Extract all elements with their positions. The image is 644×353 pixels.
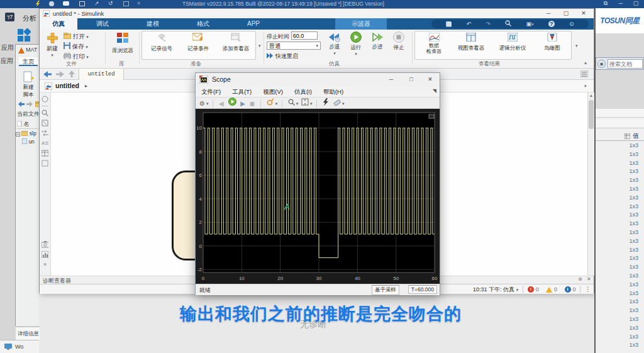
arrow-up-icon[interactable]: ↗ <box>94 0 99 6</box>
library-browser-button[interactable]: 库浏览器 <box>108 31 138 60</box>
target-quick-icon[interactable]: ⊙ <box>569 21 574 27</box>
birds-eye-button[interactable]: 鸟瞰图 <box>536 33 569 52</box>
ts-restore-icon[interactable]: ⧉ <box>599 0 613 8</box>
time-mode-caret[interactable]: ▾ <box>516 288 519 292</box>
palette-more-icon[interactable]: » <box>40 261 50 267</box>
redo-icon[interactable]: ↷ <box>486 21 491 27</box>
scope-zoom-icon[interactable] <box>288 98 295 109</box>
undo-icon[interactable]: ↶ <box>467 21 472 27</box>
capture-icon[interactable]: ▣▾ <box>526 21 534 27</box>
editor-back-icon[interactable] <box>43 71 52 79</box>
logic-analyzer-button[interactable]: 逻辑分析仪 <box>493 33 532 52</box>
workspace-value-cell[interactable]: 1x3 <box>596 237 644 246</box>
chat-icon[interactable] <box>63 1 69 6</box>
scope-plot-canvas[interactable]: 0102030405060-20246810A <box>196 109 440 284</box>
help-icon[interactable]: ? <box>548 21 555 27</box>
workspace-value-cell[interactable]: 1x3 <box>596 254 644 263</box>
scope-step-back-icon[interactable]: ◀ <box>219 98 224 109</box>
sim-time-mode[interactable]: 10:31 下午: 仿真 <box>473 286 514 293</box>
workspace-value-cell[interactable]: 1x3 <box>596 150 644 159</box>
editor-list-icon[interactable] <box>580 70 588 79</box>
document-tab[interactable]: untitled <box>79 69 124 80</box>
ribbon-tab[interactable]: 示波器 <box>335 18 387 30</box>
scope-menu-item[interactable]: 文件(F) <box>196 87 226 97</box>
fast-restart-row[interactable]: 快速重启 <box>267 52 298 60</box>
data-inspector-button[interactable]: 数据 检查器 <box>419 33 449 54</box>
step-back-button[interactable]: 步退 ▾ <box>325 31 344 56</box>
analyze-label[interactable]: 分析 <box>23 14 36 23</box>
stop-button[interactable]: 停止 <box>389 31 408 52</box>
status-menu-icon[interactable]: ⋮ <box>585 286 591 293</box>
zoom-icon[interactable] <box>42 109 48 116</box>
search-icon[interactable] <box>505 20 511 28</box>
direction-icon[interactable] <box>42 130 48 137</box>
diag-restore-icon[interactable]: ⊛ <box>578 276 582 282</box>
scope-step-forward-icon[interactable]: ▶ <box>240 98 245 109</box>
workspace-value-cell[interactable]: 1x3 <box>596 203 644 211</box>
stop-time-input[interactable] <box>291 31 318 40</box>
ribbon-tab[interactable]: 建模 <box>128 18 178 30</box>
step-forward-button[interactable]: 步进 <box>368 31 387 51</box>
diag-close-icon[interactable]: ✕ <box>587 276 591 282</box>
workspace-header-row[interactable]: 值 <box>596 130 644 141</box>
workspace-value-cell[interactable]: 1x3 <box>596 281 644 289</box>
workspace-value-cell[interactable]: 1x3 <box>596 289 644 298</box>
editor-forward-icon[interactable] <box>56 71 64 79</box>
apps-grid-icon[interactable] <box>17 28 31 43</box>
open-button[interactable]: 打开 ▾ <box>64 32 89 41</box>
workspace-value-cell[interactable]: 1x3 <box>596 263 644 272</box>
scope-run-icon[interactable] <box>228 98 236 109</box>
viewers-button[interactable]: 视图查看器 <box>452 33 491 52</box>
ribbon-tab[interactable]: 仿真 <box>40 18 77 30</box>
measure-caret[interactable]: ▾ <box>342 101 345 106</box>
table-icon[interactable] <box>42 150 48 157</box>
search-target-icon[interactable]: ◉ <box>597 60 606 68</box>
results-more-caret[interactable]: ▾ <box>575 43 578 48</box>
scope-menu-item[interactable]: 仿真(I) <box>289 87 318 97</box>
ts-maximize-icon[interactable]: ▢ <box>629 0 643 8</box>
close-mini-icon[interactable]: × <box>137 0 140 6</box>
save-button[interactable]: 保存 ▾ <box>64 42 88 51</box>
scope-maximize-icon[interactable]: □ <box>404 75 418 84</box>
workspace-value-cell[interactable]: 1x3 <box>596 194 644 203</box>
info-icon[interactable]: i <box>565 286 571 293</box>
warning-icon[interactable] <box>546 287 552 293</box>
nav-back-icon[interactable] <box>18 101 25 108</box>
scope-menu-item[interactable]: 视图(V) <box>257 87 289 97</box>
area-icon[interactable] <box>42 160 48 167</box>
tab-home[interactable]: 主页 <box>19 57 38 66</box>
ribbon-tab[interactable]: APP <box>228 18 279 30</box>
ts-minimize-icon[interactable]: ─ <box>614 0 628 8</box>
scale-axes-icon[interactable] <box>301 98 309 109</box>
workspace-value-cell[interactable]: 1x3 <box>596 185 644 194</box>
workspace-value-cell[interactable]: 1x3 <box>596 341 644 350</box>
camera-icon[interactable] <box>42 241 48 248</box>
ribbon-tab[interactable]: 调试 <box>77 18 128 30</box>
scope-menu-item[interactable]: 工具(T) <box>226 87 257 97</box>
property-inspector-caret[interactable]: ▾ <box>584 84 587 89</box>
scope-settings-icon[interactable]: ⚙ <box>199 98 205 109</box>
editor-up-icon[interactable] <box>69 70 75 79</box>
scope-menu-item[interactable]: 帮助(H) <box>318 87 349 97</box>
scope-stop-icon[interactable]: ◼ <box>250 98 255 109</box>
expand-icon[interactable]: + <box>16 132 20 137</box>
log-events-button[interactable]: 记录事件 <box>181 33 215 53</box>
workspace-value-cell[interactable]: 1x3 <box>596 272 644 281</box>
save-quick-icon[interactable] <box>446 21 452 27</box>
print-button[interactable]: 打印 ▾ <box>64 52 89 61</box>
details-label[interactable]: 详细信息 <box>18 330 39 337</box>
scope-dock-icon[interactable]: ◥ <box>433 88 436 94</box>
collapse-ribbon-icon[interactable]: ▴ <box>584 60 587 65</box>
chart-palette-icon[interactable] <box>42 251 48 258</box>
scroll-thumb[interactable] <box>589 100 594 129</box>
doc-search-input[interactable] <box>608 59 643 69</box>
breadcrumb-arrow-icon[interactable]: ▸ <box>85 83 87 89</box>
workspace-value-cell[interactable]: 1x3 <box>596 142 644 150</box>
prepare-more-caret[interactable]: ▾ <box>258 43 261 48</box>
scroll-up-icon[interactable]: ▲ <box>588 92 594 99</box>
zoom-caret[interactable]: ▾ <box>296 101 299 106</box>
breadcrumb[interactable]: untitled <box>55 82 79 89</box>
new-button[interactable]: 新建 ▾ <box>43 31 61 60</box>
tree-folder-row[interactable]: + slp <box>16 130 36 137</box>
hide-annotations-icon[interactable] <box>42 96 48 103</box>
